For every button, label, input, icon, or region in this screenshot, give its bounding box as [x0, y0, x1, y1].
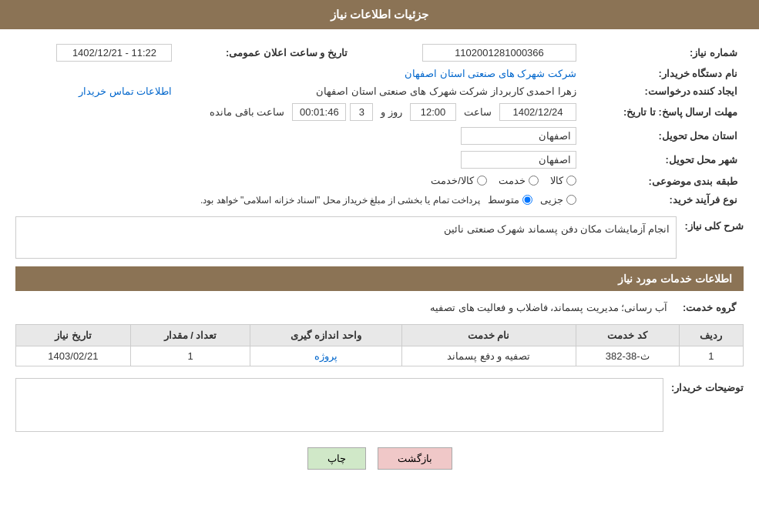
radio-kala-khedmat-input[interactable]	[477, 176, 487, 186]
radio-khedmat: خدمت	[499, 175, 539, 186]
need-summary-label: شرح کلی نیاز:	[684, 216, 744, 232]
services-section-title: اطلاعات خدمات مورد نیاز	[618, 273, 732, 285]
deadline-remaining-label: ساعت باقی مانده	[210, 106, 284, 118]
cell-qty: 1	[130, 346, 250, 366]
radio-jozii-input[interactable]	[566, 195, 576, 205]
purchase-type-content: جزیی متوسط پرداخت تمام یا بخشی از مبلغ خ…	[15, 191, 583, 209]
radio-khedmat-input[interactable]	[529, 176, 539, 186]
radio-jozii: جزیی	[540, 194, 576, 206]
page-header: جزئیات اطلاعات نیاز	[0, 0, 759, 29]
need-summary-section: شرح کلی نیاز: انجام آزمایشات مکان دفن پس…	[15, 216, 744, 259]
services-section-header: اطلاعات خدمات مورد نیاز	[15, 266, 744, 291]
buyer-notes-textarea[interactable]	[15, 378, 663, 432]
announce-box: 1402/12/21 - 11:22	[56, 44, 172, 62]
row-deadline: مهلت ارسال پاسخ: تا تاریخ: 1402/12/24 سا…	[15, 100, 744, 124]
buyer-notes-label: توضیحات خریدار:	[671, 378, 744, 393]
deadline-date-box: 1402/12/24	[499, 103, 576, 121]
deadline-days-box: 3	[350, 103, 373, 121]
radio-kala-input[interactable]	[566, 176, 576, 186]
purchase-type-label: نوع فرآیند خرید:	[583, 191, 744, 209]
category-label: طبقه بندی موضوعی:	[583, 172, 744, 191]
table-row: 1 ث-38-382 تصفیه و دفع پسماند پروژه 1 14…	[16, 346, 744, 366]
buyer-notes-section: توضیحات خریدار:	[15, 378, 744, 432]
radio-jozii-label: جزیی	[540, 194, 563, 206]
info-table: شماره نیاز: 1102001281000366 تاریخ و ساع…	[15, 41, 744, 209]
group-service-row: گروه خدمت: آب رسانی؛ مدیریت پسماند، فاضل…	[15, 297, 744, 318]
row-need-number: شماره نیاز: 1102001281000366 تاریخ و ساع…	[15, 41, 744, 65]
group-service-label: گروه خدمت:	[675, 297, 744, 318]
buyer-org-value: شرکت شهرک های صنعتی استان اصفهان	[15, 65, 583, 82]
row-category: طبقه بندی موضوعی: کالا خدمت	[15, 172, 744, 191]
radio-kala: کالا	[550, 175, 576, 186]
creator-value: زهرا احمدی کاربرداز شرکت شهرک های صنعتی …	[178, 82, 583, 100]
cell-date: 1403/02/21	[16, 346, 131, 366]
col-header-qty: تعداد / مقدار	[130, 325, 250, 346]
col-header-unit: واحد اندازه گیری	[250, 325, 401, 346]
need-number-label: شماره نیاز:	[583, 41, 744, 65]
delivery-city-value: اصفهان	[15, 148, 583, 172]
contact-link[interactable]: اطلاعات تماس خریدار	[79, 85, 172, 97]
cell-code: ث-38-382	[576, 346, 679, 366]
col-header-date: تاریخ نیاز	[16, 325, 131, 346]
print-button[interactable]: چاپ	[307, 447, 366, 470]
category-options: کالا خدمت کالا/خدمت	[15, 172, 583, 191]
radio-kala-khedmat-label: کالا/خدمت	[431, 175, 474, 186]
group-service-table: گروه خدمت: آب رسانی؛ مدیریت پسماند، فاضل…	[15, 297, 744, 318]
need-number-value: 1102001281000366	[371, 41, 583, 65]
row-city: شهر محل تحویل: اصفهان	[15, 148, 744, 172]
delivery-city-label: شهر محل تحویل:	[583, 148, 744, 172]
page-title: جزئیات اطلاعات نیاز	[331, 8, 428, 21]
deadline-remaining-box: 00:01:46	[292, 103, 346, 121]
back-button[interactable]: بازگشت	[378, 447, 452, 470]
send-deadline-row: 1402/12/24 ساعت 12:00 روز و 3 00:01:46 س…	[15, 100, 583, 124]
col-header-rownum: ردیف	[679, 325, 743, 346]
need-summary-value: انجام آزمایشات مکان دفن پسماند شهرک صنعت…	[444, 223, 670, 235]
main-content: شماره نیاز: 1102001281000366 تاریخ و ساع…	[0, 29, 759, 497]
radio-motavasset-input[interactable]	[522, 195, 532, 205]
deadline-days-label: روز و	[381, 106, 402, 118]
cell-name: تصفیه و دفع پسماند	[401, 346, 576, 366]
cell-unit[interactable]: پروژه	[250, 346, 401, 366]
delivery-province-value: اصفهان	[15, 124, 583, 148]
send-deadline-label: مهلت ارسال پاسخ: تا تاریخ:	[583, 100, 744, 124]
need-summary-box: انجام آزمایشات مکان دفن پسماند شهرک صنعت…	[15, 216, 677, 259]
contact-link-cell: اطلاعات تماس خریدار	[15, 82, 178, 100]
row-buyer-org: نام دستگاه خریدار: شرکت شهرک های صنعتی ا…	[15, 65, 744, 82]
radio-motavasset-label: متوسط	[488, 194, 519, 206]
group-service-value: آب رسانی؛ مدیریت پسماند، فاضلاب و فعالیت…	[15, 297, 675, 318]
radio-kala-label: کالا	[550, 175, 563, 186]
creator-label: ایجاد کننده درخواست:	[583, 82, 744, 100]
province-box: اصفهان	[461, 127, 576, 145]
page-wrapper: جزئیات اطلاعات نیاز شماره نیاز: 11020012…	[0, 0, 759, 532]
col-header-name: نام خدمت	[401, 325, 576, 346]
radio-motavasset: متوسط	[488, 194, 532, 206]
services-table-header-row: ردیف کد خدمت نام خدمت واحد اندازه گیری ت…	[16, 325, 744, 346]
radio-kala-khedmat: کالا/خدمت	[431, 175, 487, 186]
row-province: استان محل تحویل: اصفهان	[15, 124, 744, 148]
services-table: ردیف کد خدمت نام خدمت واحد اندازه گیری ت…	[15, 324, 744, 366]
need-number-box: 1102001281000366	[422, 44, 576, 62]
row-purchase-type: نوع فرآیند خرید: جزیی متوسط پرداخت تمام …	[15, 191, 744, 209]
purchase-type-note: پرداخت تمام یا بخشی از مبلغ خریداز محل "…	[200, 195, 480, 206]
deadline-time-box: 12:00	[410, 103, 456, 121]
row-creator: ایجاد کننده درخواست: زهرا احمدی کاربرداز…	[15, 82, 744, 100]
col-header-code: کد خدمت	[576, 325, 679, 346]
delivery-province-label: استان محل تحویل:	[583, 124, 744, 148]
buttons-row: بازگشت چاپ	[15, 447, 744, 485]
buyer-org-label: نام دستگاه خریدار:	[583, 65, 744, 82]
announce-value: 1402/12/21 - 11:22	[15, 41, 178, 65]
deadline-time-label: ساعت	[464, 106, 492, 118]
cell-rownum: 1	[679, 346, 743, 366]
city-box: اصفهان	[461, 151, 576, 169]
announce-label: تاریخ و ساعت اعلان عمومی:	[178, 41, 370, 65]
radio-khedmat-label: خدمت	[499, 175, 526, 186]
